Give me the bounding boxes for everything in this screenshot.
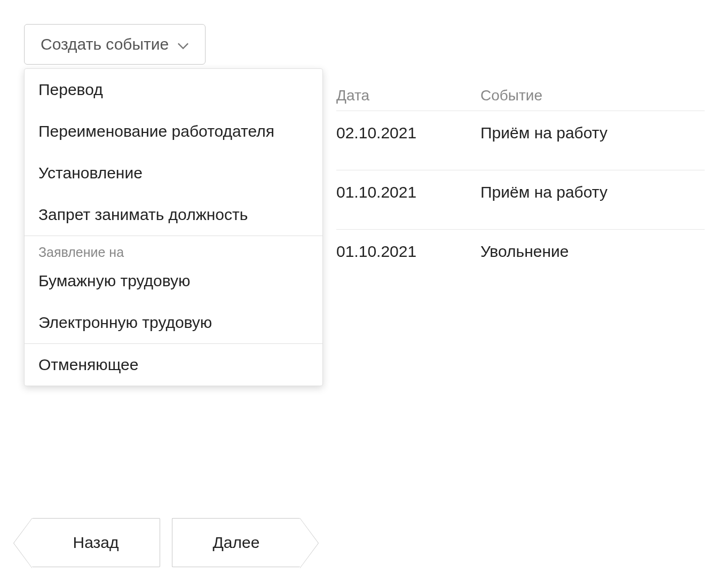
- back-button[interactable]: Назад: [32, 518, 160, 567]
- create-event-button[interactable]: Создать событие: [24, 24, 206, 65]
- col-header-date: Дата: [336, 87, 480, 104]
- cell-date: 02.10.2021: [336, 124, 480, 142]
- dropdown-item-cancelling[interactable]: Отменяющее: [25, 344, 322, 386]
- dropdown-item-rename-employer[interactable]: Переименование работодателя: [25, 111, 322, 152]
- table-row[interactable]: 01.10.2021 Увольнение: [336, 230, 705, 288]
- cell-event: Приём на работу: [480, 183, 705, 201]
- dropdown-item-transfer[interactable]: Перевод: [25, 69, 322, 111]
- cell-date: 01.10.2021: [336, 183, 480, 201]
- back-button-label: Назад: [73, 534, 119, 552]
- dropdown-item-position-ban[interactable]: Запрет занимать должность: [25, 194, 322, 236]
- wizard-footer: Назад Далее: [32, 518, 300, 567]
- next-button-label: Далее: [213, 534, 260, 552]
- create-event-dropdown: Перевод Переименование работодателя Уста…: [24, 68, 323, 386]
- col-header-event: Событие: [480, 87, 705, 104]
- table-row[interactable]: 01.10.2021 Приём на работу: [336, 170, 705, 230]
- table-row[interactable]: 02.10.2021 Приём на работу: [336, 111, 705, 170]
- cell-date: 01.10.2021: [336, 242, 480, 261]
- cell-event: Приём на работу: [480, 124, 705, 142]
- table-header-row: Дата Событие: [336, 87, 705, 111]
- chevron-down-icon: [177, 35, 189, 53]
- create-event-label: Создать событие: [41, 35, 169, 53]
- events-table: Дата Событие 02.10.2021 Приём на работу …: [336, 87, 705, 288]
- cell-event: Увольнение: [480, 242, 705, 261]
- dropdown-group-application: Заявление на: [25, 236, 322, 260]
- dropdown-item-electronic-book[interactable]: Электронную трудовую: [25, 302, 322, 343]
- next-button[interactable]: Далее: [172, 518, 300, 567]
- dropdown-item-establishment[interactable]: Установление: [25, 152, 322, 194]
- dropdown-item-paper-book[interactable]: Бумажную трудовую: [25, 260, 322, 302]
